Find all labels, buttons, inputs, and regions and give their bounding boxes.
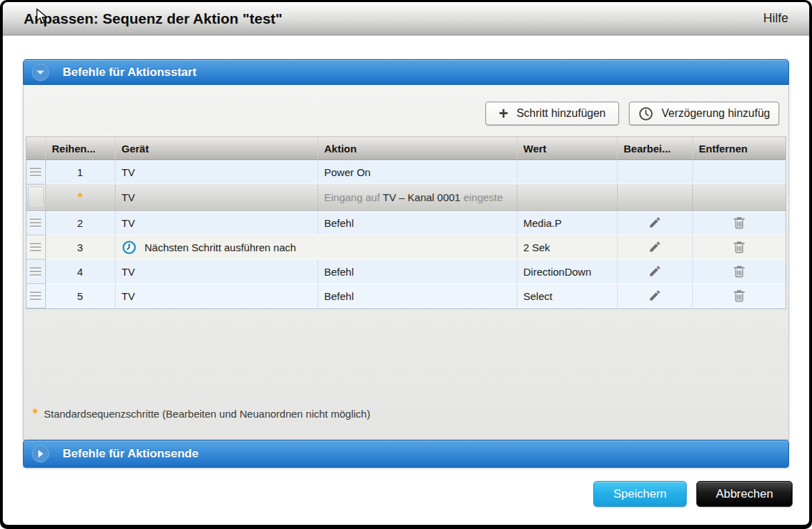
action-text-muted-tail: eingeste (460, 191, 503, 203)
asterisk-icon: * (78, 191, 83, 204)
drag-handle-disabled (28, 187, 44, 208)
table-row-default-step: * TV Eingang auf TV – Kanal 0001 eingest… (26, 184, 786, 211)
edit-cell (617, 284, 692, 308)
section-header-aktionsende[interactable]: Befehle für Aktionsende (23, 440, 789, 468)
action-cell: Eingang auf TV – Kanal 0001 eingeste (318, 184, 517, 211)
section-header-aktionsstart[interactable]: Befehle für Aktionsstart (23, 59, 789, 85)
action-text-emphasis: TV – Kanal 0001 (382, 191, 460, 203)
remove-cell (692, 284, 786, 308)
sequence-table: Reihen... Gerät Aktion Wert Bearbei... E… (26, 136, 786, 309)
delay-label: Nächsten Schritt ausführen nach (145, 242, 297, 253)
edit-pencil-icon[interactable] (647, 214, 663, 230)
table-row-1: 1 TV Power On (26, 160, 786, 184)
action-cell: Befehl (318, 211, 517, 235)
remove-cell (692, 184, 786, 211)
collapse-chevron-down-icon[interactable] (31, 63, 49, 81)
dialog-titlebar: Anpassen: Sequenz der Aktion "test" Hilf… (3, 2, 809, 35)
order-cell: 5 (45, 284, 115, 308)
device-cell: TV (115, 184, 318, 211)
dialog-title: Anpassen: Sequenz der Aktion "test" (24, 10, 283, 27)
edit-cell (617, 160, 692, 184)
delay-cell: Nächsten Schritt ausführen nach (115, 235, 517, 260)
table-row-4: 4 TV Befehl DirectionDown (26, 260, 786, 284)
edit-pencil-icon[interactable] (647, 239, 663, 255)
table-row-5: 5 TV Befehl Select (26, 284, 786, 308)
edit-pencil-icon[interactable] (647, 287, 663, 303)
help-link[interactable]: Hilfe (763, 11, 788, 26)
plus-icon: + (499, 106, 508, 120)
drag-handle-cell (26, 184, 45, 211)
device-cell: TV (115, 160, 318, 184)
order-cell: 3 (45, 235, 115, 260)
drag-handle-icon[interactable] (30, 168, 41, 177)
column-header-aktion: Aktion (318, 137, 517, 160)
drag-handle-icon[interactable] (30, 267, 41, 276)
add-delay-button[interactable]: Verzögerung hinzufüg (629, 102, 779, 125)
delete-trash-icon[interactable] (731, 287, 747, 303)
value-cell: DirectionDown (517, 260, 617, 284)
section-title-aktionsstart: Befehle für Aktionsstart (63, 65, 196, 79)
table-header-row: Reihen... Gerät Aktion Wert Bearbei... E… (26, 137, 786, 160)
edit-cell (617, 260, 692, 284)
remove-cell (692, 160, 786, 184)
action-cell: Befehl (318, 260, 517, 284)
value-cell (517, 160, 617, 184)
drag-handle-cell (26, 235, 45, 260)
device-cell: TV (115, 284, 318, 308)
add-step-button[interactable]: + Schritt hinzufügen (485, 102, 619, 125)
edit-cell (617, 184, 692, 211)
action-text-muted: Eingang auf (325, 191, 383, 203)
dialog-sequence-editor: Anpassen: Sequenz der Aktion "test" Hilf… (3, 2, 809, 525)
value-cell: 2 Sek (517, 235, 617, 260)
screen: Anpassen: Sequenz der Aktion "test" Hilf… (0, 0, 812, 529)
footnote-text: Standardsequenzschritte (Bearbeiten und … (44, 408, 370, 420)
action-cell: Befehl (318, 284, 517, 308)
column-header-wert: Wert (517, 137, 617, 160)
remove-cell (692, 260, 786, 284)
device-cell: TV (115, 260, 318, 284)
footnote: * Standardsequenzschritte (Bearbeiten un… (33, 406, 370, 421)
drag-handle-icon[interactable] (30, 243, 41, 252)
cancel-button[interactable]: Abbrechen (696, 481, 793, 507)
value-cell: Select (517, 284, 617, 308)
table-row-2: 2 TV Befehl Media.P (26, 211, 786, 235)
order-cell: * (45, 184, 115, 211)
column-header-handle (26, 137, 45, 160)
action-cell: Power On (318, 160, 517, 184)
value-cell: Media.P (517, 211, 617, 235)
section-title-aktionsende: Befehle für Aktionsende (63, 447, 198, 461)
aktionsstart-panel: + Schritt hinzufügen Verzögerung hinzufü… (23, 85, 789, 440)
remove-cell (692, 211, 786, 235)
column-header-reihenfolge: Reihen... (45, 137, 115, 160)
delete-trash-icon[interactable] (731, 214, 747, 230)
edit-cell (617, 211, 692, 235)
table-row-3-delay: 3 Nächsten Schritt ausfü (26, 235, 786, 260)
order-cell: 2 (45, 211, 115, 235)
drag-handle-cell (26, 284, 45, 308)
order-cell: 1 (45, 160, 115, 184)
drag-handle-cell (26, 211, 45, 235)
edit-pencil-icon[interactable] (647, 263, 663, 279)
drag-handle-cell (26, 260, 45, 284)
delete-trash-icon[interactable] (731, 239, 747, 255)
delay-clock-icon (122, 240, 136, 255)
drag-handle-cell (26, 160, 45, 184)
remove-cell (692, 235, 786, 260)
order-cell: 4 (45, 260, 115, 284)
clock-icon (639, 106, 653, 121)
device-cell: TV (115, 211, 318, 235)
edit-cell (617, 235, 692, 260)
asterisk-icon: * (33, 406, 38, 421)
add-delay-label: Verzögerung hinzufüg (662, 107, 770, 120)
delete-trash-icon[interactable] (731, 263, 747, 279)
column-header-geraet: Gerät (115, 137, 318, 160)
value-cell (517, 184, 617, 211)
column-header-bearbeiten: Bearbei... (617, 137, 692, 160)
save-button[interactable]: Speichern (593, 481, 687, 507)
drag-handle-icon[interactable] (30, 219, 41, 228)
drag-handle-icon[interactable] (30, 292, 41, 301)
column-header-entfernen: Entfernen (692, 137, 786, 160)
expand-play-icon[interactable] (31, 445, 49, 463)
add-step-label: Schritt hinzufügen (517, 107, 606, 120)
